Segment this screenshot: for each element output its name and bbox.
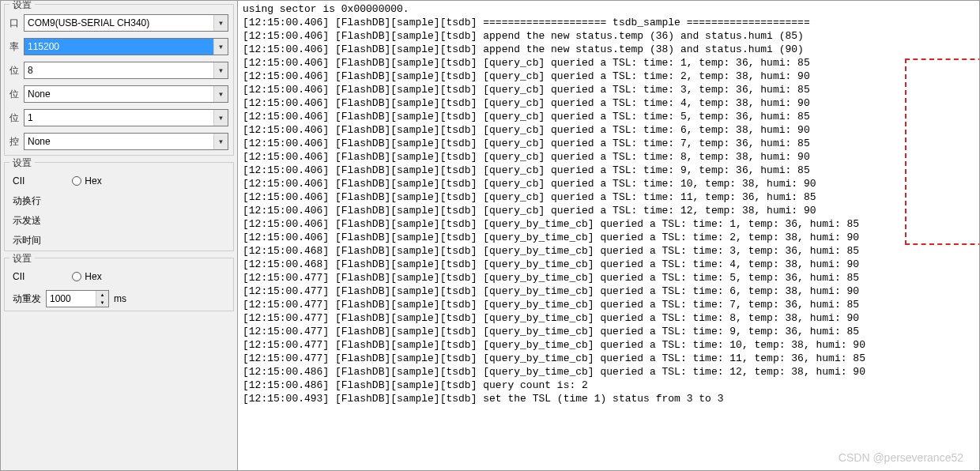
auto-wrap-check[interactable]: 动换行 <box>5 191 233 211</box>
hex-label: Hex <box>85 271 101 282</box>
show-send-check[interactable]: 示发送 <box>5 211 233 231</box>
flow-label: 控 <box>9 135 24 149</box>
port-combo[interactable]: COM9(USB-SERIAL CH340) ▼ <box>24 14 228 32</box>
port-value: COM9(USB-SERIAL CH340) <box>24 17 213 28</box>
radio-icon <box>72 176 81 186</box>
spin-up-icon[interactable]: ▲ <box>96 291 108 299</box>
interval-spin[interactable]: 1000 ▲ ▼ <box>46 290 109 307</box>
auto-wrap-label: 动换行 <box>13 194 41 208</box>
log-output-panel[interactable]: using sector is 0x00000000. [12:15:00.40… <box>238 1 979 470</box>
log-text: using sector is 0x00000000. [12:15:00.40… <box>238 1 979 407</box>
radio-icon <box>72 272 81 281</box>
recv-settings-group: 设置 CII Hex 动换行 示发送 示时间 <box>4 162 234 251</box>
ms-label: ms <box>114 293 126 304</box>
hex-radio[interactable]: Hex <box>72 271 101 282</box>
hex-label: Hex <box>85 175 101 187</box>
group-title: 设置 <box>9 252 35 266</box>
parity-combo[interactable]: None ▼ <box>24 85 228 103</box>
port-label: 口 <box>9 17 24 30</box>
auto-resend-label: 动重发 <box>13 292 41 306</box>
group-title: 设置 <box>9 1 35 12</box>
show-time-check[interactable]: 示时间 <box>5 231 233 251</box>
spin-down-icon[interactable]: ▼ <box>96 299 108 307</box>
chevron-down-icon[interactable]: ▼ <box>213 134 228 149</box>
baud-combo[interactable]: 115200 ▼ <box>24 38 228 55</box>
chevron-down-icon[interactable]: ▼ <box>213 86 228 102</box>
baud-label: 率 <box>9 40 24 54</box>
interval-value: 1000 <box>47 291 96 307</box>
stop-bits-combo[interactable]: 1 ▼ <box>24 109 228 126</box>
ascii-label: CII <box>13 271 24 282</box>
hex-radio[interactable]: Hex <box>72 175 101 187</box>
flow-combo[interactable]: None ▼ <box>24 133 228 150</box>
group-title: 设置 <box>9 156 35 170</box>
show-send-label: 示发送 <box>13 214 41 228</box>
stop-bits-value: 1 <box>24 112 213 123</box>
baud-value: 115200 <box>24 39 213 55</box>
data-bits-value: 8 <box>24 65 213 76</box>
parity-value: None <box>24 89 213 100</box>
chevron-down-icon[interactable]: ▼ <box>213 62 228 78</box>
show-time-label: 示时间 <box>13 234 41 247</box>
send-settings-group: 设置 CII Hex 动重发 1000 ▲ ▼ ms <box>4 258 234 311</box>
data-bits-label: 位 <box>9 64 24 77</box>
data-bits-combo[interactable]: 8 ▼ <box>24 62 228 79</box>
left-settings-panel: 设置 口 COM9(USB-SERIAL CH340) ▼ 率 115200 ▼… <box>1 1 238 470</box>
ascii-label: CII <box>13 175 24 187</box>
stop-bits-label: 位 <box>9 111 24 125</box>
watermark: CSDN @perseverance52 <box>839 451 963 464</box>
chevron-down-icon[interactable]: ▼ <box>213 15 228 31</box>
port-settings-group: 设置 口 COM9(USB-SERIAL CH340) ▼ 率 115200 ▼… <box>4 4 234 156</box>
chevron-down-icon[interactable]: ▼ <box>213 110 228 126</box>
chevron-down-icon[interactable]: ▼ <box>213 39 228 55</box>
parity-label: 位 <box>9 88 24 101</box>
flow-value: None <box>24 136 213 147</box>
